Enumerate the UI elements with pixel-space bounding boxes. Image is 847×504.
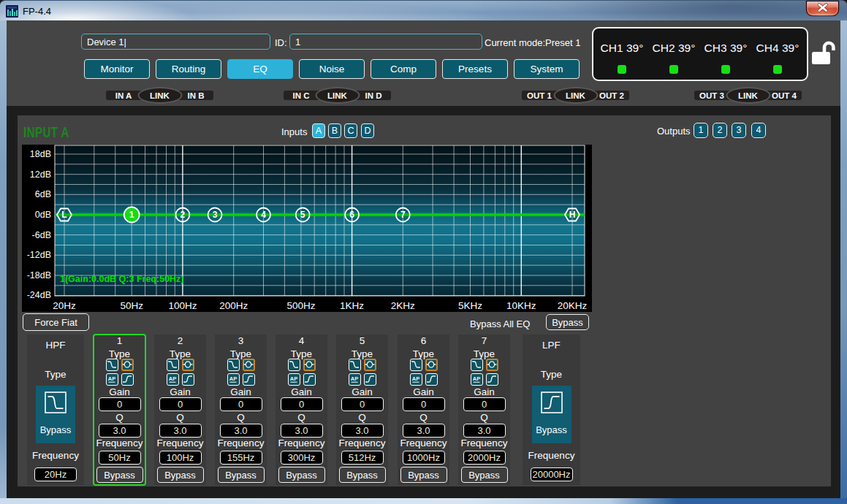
svg-text:AP: AP: [168, 375, 175, 382]
svg-text:20KHz: 20KHz: [558, 300, 588, 311]
svg-text:200Hz: 200Hz: [219, 300, 248, 311]
svg-text:-18dB: -18dB: [27, 270, 51, 280]
svg-text:AP: AP: [350, 375, 357, 382]
svg-text:2: 2: [181, 210, 186, 220]
svg-text:AP: AP: [411, 375, 419, 382]
svg-text:5: 5: [300, 210, 305, 220]
svg-text:6: 6: [349, 210, 354, 220]
svg-text:7: 7: [400, 210, 406, 220]
svg-text:L: L: [61, 210, 67, 220]
svg-text:50Hz: 50Hz: [120, 300, 143, 311]
svg-text:500Hz: 500Hz: [286, 300, 315, 311]
svg-text:2KHz: 2KHz: [391, 300, 415, 311]
svg-text:1(Gain:0.0dB Q:3 Freq:50Hz): 1(Gain:0.0dB Q:3 Freq:50Hz): [60, 274, 183, 284]
svg-text:-6dB: -6dB: [32, 230, 51, 240]
svg-text:AP: AP: [229, 375, 236, 382]
svg-text:20Hz: 20Hz: [53, 300, 76, 311]
svg-text:-12dB: -12dB: [27, 250, 51, 260]
svg-text:3: 3: [213, 210, 218, 220]
svg-text:1: 1: [129, 210, 134, 220]
svg-text:5KHz: 5KHz: [458, 300, 482, 311]
svg-text:4: 4: [261, 210, 266, 220]
svg-text:12dB: 12dB: [30, 169, 51, 180]
svg-text:18dB: 18dB: [30, 149, 51, 159]
svg-text:6dB: 6dB: [35, 189, 51, 199]
svg-text:1KHz: 1KHz: [340, 300, 364, 311]
svg-text:10KHz: 10KHz: [506, 300, 536, 311]
svg-text:AP: AP: [107, 375, 115, 382]
svg-text:100Hz: 100Hz: [168, 300, 197, 311]
svg-text:AP: AP: [289, 375, 297, 382]
svg-text:H: H: [569, 210, 576, 220]
svg-text:0dB: 0dB: [35, 210, 51, 220]
svg-text:AP: AP: [472, 375, 479, 382]
svg-text:-24dB: -24dB: [27, 290, 51, 300]
